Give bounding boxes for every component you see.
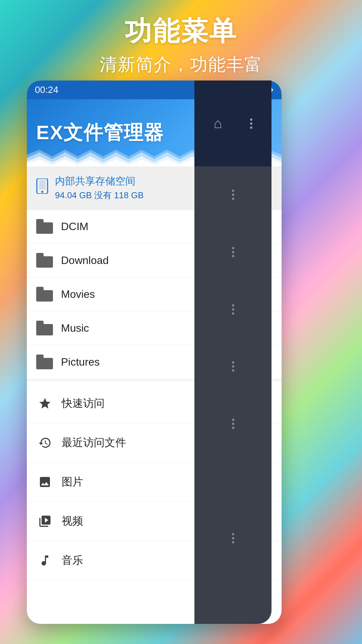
folder-icon-download xyxy=(36,253,53,268)
music-icon xyxy=(36,552,54,569)
right-row-1 xyxy=(194,166,272,224)
header-title: 功能菜单 xyxy=(0,13,362,50)
recent-files-label: 最近访问文件 xyxy=(62,435,126,450)
video-icon xyxy=(36,513,54,530)
svg-rect-8 xyxy=(39,180,46,190)
right-row-7 xyxy=(194,510,272,567)
folder-icon-pictures xyxy=(36,355,53,369)
svg-rect-4 xyxy=(272,89,273,91)
images-label: 图片 xyxy=(62,475,83,489)
right-row-5 xyxy=(194,395,272,453)
right-row-3 xyxy=(194,281,272,338)
status-time: 00:24 xyxy=(35,85,58,95)
music-label: 音乐 xyxy=(62,553,83,568)
app-title: EX文件管理器 xyxy=(36,120,164,146)
right-panel-content: ⌂ xyxy=(194,80,272,624)
right-row-8 xyxy=(194,567,272,624)
right-row-2 xyxy=(194,224,272,281)
right-panel: ⌂ xyxy=(194,80,272,624)
header-subtitle: 清新简介，功能丰富 xyxy=(0,53,362,76)
svg-point-7 xyxy=(41,191,43,193)
folder-icon-movies xyxy=(36,287,53,302)
right-row-4 xyxy=(194,338,272,395)
phone-icon xyxy=(36,178,48,197)
quick-access-label: 快速访问 xyxy=(62,396,105,411)
header-section: 功能菜单 清新简介，功能丰富 xyxy=(0,13,362,76)
right-row-6 xyxy=(194,452,272,510)
home-icon[interactable]: ⌂ xyxy=(214,115,222,131)
more-icon[interactable] xyxy=(250,118,252,129)
folder-icon-dcim xyxy=(36,219,53,234)
history-icon xyxy=(36,434,54,451)
folder-icon-music xyxy=(36,321,53,335)
video-label: 视频 xyxy=(62,514,83,529)
image-icon xyxy=(36,473,54,491)
star-icon xyxy=(36,395,54,412)
